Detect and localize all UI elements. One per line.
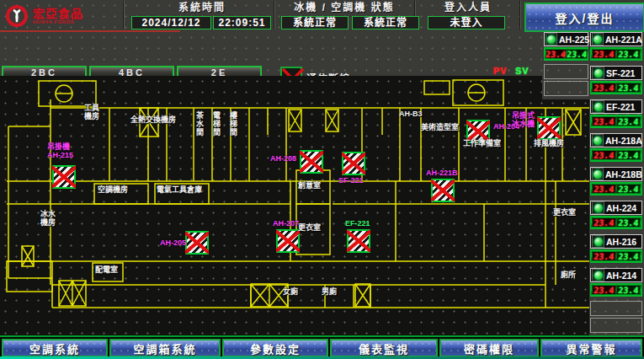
unit-values-ah-218a: 23.423.4 xyxy=(590,148,642,162)
nav-parameter-settings-button[interactable]: 參數設定 xyxy=(222,339,328,357)
offline-unit-marker-ef-221[interactable] xyxy=(347,229,370,253)
room-label: 男廁 xyxy=(322,288,337,297)
empty-unit-slot xyxy=(590,318,642,333)
status-led-icon xyxy=(592,201,604,214)
room-label: 全熱交換機房 xyxy=(130,116,176,125)
room-label: 工具 機房 xyxy=(84,104,99,121)
green-led-icon xyxy=(593,136,603,146)
nav-hvac-system-button[interactable]: 空調系統 xyxy=(2,339,108,357)
login-logout-button[interactable]: 登入/登出 xyxy=(524,3,644,32)
room-label: 茶水間 xyxy=(194,111,203,137)
red-x-icon xyxy=(276,229,300,253)
unit-button-ah-218a[interactable]: AH-218A xyxy=(590,133,642,147)
room-label: 空調機房 xyxy=(98,186,128,195)
unit-tag-label: EF-221 xyxy=(345,220,370,228)
nav-meter-monitor-button[interactable]: 儀表監視 xyxy=(330,339,438,357)
offline-unit-marker-ah-221b[interactable] xyxy=(431,179,455,202)
sv-value: 23.4 xyxy=(615,285,641,295)
red-x-icon xyxy=(347,229,370,253)
unit-button-ah-221a[interactable]: AH-221A xyxy=(590,32,642,46)
nav-password-permission-button[interactable]: 密碼權限 xyxy=(439,339,539,357)
control-strip: 通信斷線 PV SV 溫度 設定 正常 異常 2BC4BC2E3BC5BC3E3… xyxy=(0,32,546,76)
logo-title: 宏亞食品 xyxy=(33,8,83,19)
sv-value: 23.4 xyxy=(615,251,641,261)
unit-values-ef-221: 23.423.4 xyxy=(590,115,642,128)
room-label: 創意室 xyxy=(298,182,321,190)
pv-value: 23.4 xyxy=(591,217,616,228)
pv-value: 23.4 xyxy=(591,116,616,126)
pv-value: 23.4 xyxy=(591,49,616,59)
sv-value: 23.4 xyxy=(615,184,641,194)
nav-ahu-system-button[interactable]: 空調箱系統 xyxy=(109,339,221,357)
hunya-logo-icon xyxy=(4,3,29,29)
nav-alarm-button[interactable]: 異常警報 xyxy=(540,339,642,357)
divider xyxy=(123,1,125,29)
offline-unit-marker-ah-208[interactable] xyxy=(300,150,323,174)
unit-tag-label: 吊掛機 AH-215 xyxy=(47,143,73,160)
unit-tag-label: AH-205 xyxy=(160,239,186,248)
unit-name: AH-216 xyxy=(606,237,636,247)
sv-value: 23.4 xyxy=(615,83,641,93)
sv-value: 23.4 xyxy=(615,217,641,228)
room-label: 電氣工具倉庫 xyxy=(157,186,202,195)
status-led-icon xyxy=(546,33,557,46)
status-led-icon xyxy=(592,67,604,79)
pv-value: 23.4 xyxy=(591,150,616,160)
red-x-icon xyxy=(52,165,76,189)
red-x-icon xyxy=(537,116,561,140)
system-date-value: 2024/12/12 xyxy=(131,16,211,29)
login-status-value: 未登入 xyxy=(428,16,505,29)
unit-button-ah-225[interactable]: AH-225 xyxy=(544,32,588,46)
pv-value: 23.4 xyxy=(591,251,616,261)
room-label: 樓梯間 xyxy=(228,111,237,137)
room-label: 冰水 機房 xyxy=(40,211,56,228)
offline-unit-marker-ah-215[interactable] xyxy=(52,165,76,189)
divider xyxy=(274,1,275,29)
system-clock-value: 22:09:51 xyxy=(213,16,271,29)
unit-tag-label: SF-221 xyxy=(338,177,364,185)
offline-unit-marker-ah-207[interactable] xyxy=(276,229,300,253)
offline-unit-marker-sf-221[interactable] xyxy=(342,152,365,175)
unit-button-ah-218b[interactable]: AH-218B xyxy=(590,167,642,181)
unit-tag-label: AH-221B xyxy=(426,169,458,178)
unit-button-sf-221[interactable]: SF-221 xyxy=(590,66,642,80)
room-label: 排風機房 xyxy=(534,140,564,148)
green-led-icon xyxy=(593,237,604,247)
header-bar: 宏亞食品 HUNYA FOODS 系統時間 2024/12/12 22:09:5… xyxy=(0,0,644,33)
chiller-status-value: 系統正常 xyxy=(281,16,349,29)
empty-unit-slot xyxy=(544,81,588,96)
green-led-icon xyxy=(593,271,604,281)
offline-unit-marker-冰水機[interactable] xyxy=(537,116,561,140)
room-label: 美術造型室 xyxy=(421,124,459,132)
unit-tag-label: AH-208 xyxy=(270,155,296,163)
status-led-icon xyxy=(592,100,604,113)
sv-column-label: SV xyxy=(515,66,530,76)
sv-value: 23.4 xyxy=(615,49,641,59)
unit-values-ah-218b: 23.423.4 xyxy=(590,182,642,196)
unit-name: SF-221 xyxy=(606,68,635,78)
red-x-icon xyxy=(342,152,365,175)
room-label: 更衣室 xyxy=(553,209,576,217)
pv-column-label: PV xyxy=(493,66,508,76)
empty-unit-slot xyxy=(544,64,588,79)
status-led-icon xyxy=(592,235,604,248)
unit-name: AH-225 xyxy=(559,35,589,45)
empty-unit-slot xyxy=(590,301,642,316)
green-led-icon xyxy=(593,169,603,180)
unit-name: AH-214 xyxy=(606,271,636,281)
offline-unit-marker-ah-205[interactable] xyxy=(185,231,209,255)
room-label: 電梯間 xyxy=(211,111,220,137)
unit-values-ah-216: 23.423.4 xyxy=(590,249,642,263)
unit-values-ah-224: 23.423.4 xyxy=(590,216,642,229)
floor-plan: 工具 機房全熱交換機房茶水間電梯間樓梯間AH-B3美術造型室工作準備室排風機房創… xyxy=(0,76,589,335)
unit-button-ah-224[interactable]: AH-224 xyxy=(590,201,642,215)
unit-button-ah-214[interactable]: AH-214 xyxy=(590,268,642,282)
pv-value: 23.4 xyxy=(591,184,616,194)
unit-name: EF-221 xyxy=(606,102,635,112)
green-led-icon xyxy=(593,102,604,112)
room-label: 工作準備室 xyxy=(463,140,501,148)
room-label: 配電室 xyxy=(95,266,118,275)
machine-status-label: 冰機 / 空調機 狀態 xyxy=(278,2,411,13)
unit-button-ef-221[interactable]: EF-221 xyxy=(590,99,642,114)
unit-button-ah-216[interactable]: AH-216 xyxy=(590,234,642,249)
